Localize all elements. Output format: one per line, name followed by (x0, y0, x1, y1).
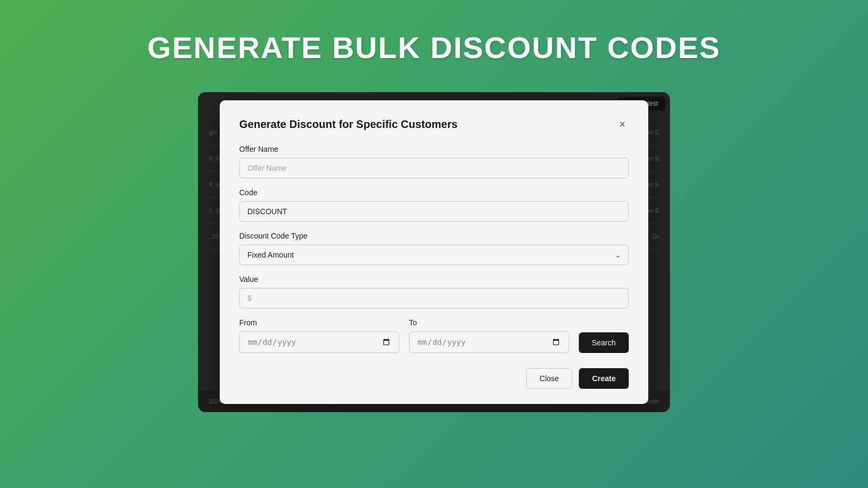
modal-title: Generate Discount for Specific Customers (239, 118, 457, 131)
modal-close-button[interactable]: × (616, 118, 629, 131)
offer-name-label: Offer Name (239, 145, 629, 153)
value-label: Value (239, 275, 629, 284)
discount-type-wrapper: Fixed Amount Percentage Free Shipping ⌄ (239, 245, 629, 265)
from-label: From (239, 318, 399, 327)
background-panel: ⚙ Bulktest gin9, 20der E 9, 20der E 9, 2… (198, 92, 670, 412)
offer-name-input[interactable] (239, 158, 629, 178)
close-button[interactable]: Close (526, 368, 573, 389)
to-label: To (409, 318, 569, 327)
value-group: Value (239, 275, 629, 309)
code-group: Code (239, 188, 629, 222)
discount-type-select[interactable]: Fixed Amount Percentage Free Shipping (239, 245, 629, 265)
to-date-input[interactable] (409, 331, 569, 353)
modal-footer: Close Create (239, 368, 629, 389)
modal-header: Generate Discount for Specific Customers… (239, 118, 629, 131)
discount-type-group: Discount Code Type Fixed Amount Percenta… (239, 232, 629, 265)
page-title: GENERATE BULK DISCOUNT CODES (148, 30, 721, 65)
from-group: From (239, 318, 399, 353)
value-input[interactable] (239, 288, 629, 309)
modal-dialog: Generate Discount for Specific Customers… (220, 100, 648, 404)
modal-overlay: Generate Discount for Specific Customers… (198, 92, 670, 412)
date-row: From To Search (239, 318, 629, 353)
to-group: To (409, 318, 569, 353)
code-input[interactable] (239, 201, 629, 222)
search-button[interactable]: Search (579, 332, 629, 353)
create-button[interactable]: Create (579, 368, 629, 389)
offer-name-group: Offer Name (239, 145, 629, 178)
code-label: Code (239, 188, 629, 197)
discount-type-label: Discount Code Type (239, 232, 629, 240)
from-date-input[interactable] (239, 331, 399, 353)
